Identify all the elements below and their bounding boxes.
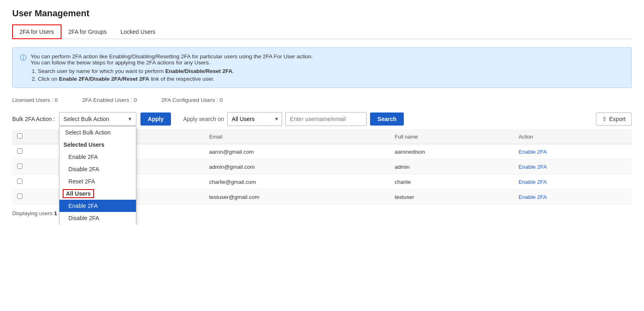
row-select-checkbox[interactable] [17, 163, 22, 169]
menu-item-all-reset[interactable]: Reset 2FA [59, 224, 136, 225]
tab-locked-users[interactable]: Locked Users [114, 25, 162, 39]
row-email: aaron@gmail.com [204, 144, 390, 159]
apply-button[interactable]: Apply [140, 112, 171, 126]
search-filter-wrapper: All Users Selected Users ▼ [227, 112, 282, 126]
menu-item-selected-enable[interactable]: Enable 2FA [59, 151, 136, 163]
bulk-action-select[interactable]: Select Bulk Action [59, 112, 136, 126]
info-icon: ⓘ [20, 54, 26, 82]
row-select-checkbox[interactable] [17, 194, 22, 199]
row-checkbox [12, 190, 59, 205]
select-all-checkbox[interactable] [17, 133, 22, 139]
tab-2fa-users[interactable]: 2FA for Users [12, 24, 61, 39]
menu-item-all-disable[interactable]: Disable 2FA [59, 212, 136, 224]
tabs-container: 2FA for Users 2FA for Groups Locked User… [12, 24, 632, 39]
row-email: admin@gmail.com [204, 159, 390, 174]
menu-item-selected-reset[interactable]: Reset 2FA [59, 175, 136, 187]
action-enable-2fa[interactable]: Enable 2FA [519, 164, 547, 170]
action-enable-2fa[interactable]: Enable 2FA [519, 149, 547, 155]
col-fullname: Full name [390, 129, 513, 144]
search-on-label: Apply search on [183, 116, 224, 122]
row-select-checkbox[interactable] [17, 179, 22, 184]
row-checkbox [12, 159, 59, 174]
page-title: User Management [12, 8, 632, 19]
row-fullname: testuser [390, 190, 513, 205]
row-fullname: charlie [390, 174, 513, 190]
row-select-checkbox[interactable] [17, 148, 22, 154]
col-checkbox [12, 129, 59, 144]
search-input[interactable] [285, 112, 367, 126]
row-action: Enable 2FA [514, 159, 632, 174]
export-icon: ⇧ [602, 116, 607, 122]
row-email: charlie@gmail.com [204, 174, 390, 190]
bulk-action-label: Bulk 2FA Action : [12, 116, 55, 122]
stats-row: Licensed Users : 0 2FA Enabled Users : 0… [12, 97, 632, 103]
info-box: ⓘ You can perform 2FA action like Enabli… [12, 47, 632, 88]
licensed-users-stat: Licensed Users : 0 [12, 97, 58, 103]
2fa-enabled-stat: 2FA Enabled Users : 0 [82, 97, 137, 103]
row-fullname: admin [390, 159, 513, 174]
search-section: Apply search on All Users Selected Users… [183, 112, 404, 126]
menu-item-default[interactable]: Select Bulk Action [59, 126, 136, 139]
col-email: Email [204, 129, 390, 144]
col-action: Action [514, 129, 632, 144]
row-fullname: aaronedison [390, 144, 513, 159]
menu-item-all-enable[interactable]: Enable 2FA [59, 200, 136, 212]
action-bar: Bulk 2FA Action : Select Bulk Action ▼ S… [12, 112, 632, 126]
row-email: testuser@gmail.com [204, 190, 390, 205]
row-action: Enable 2FA [514, 190, 632, 205]
row-checkbox [12, 174, 59, 190]
bulk-dropdown-menu: Select Bulk Action Selected Users Enable… [59, 126, 136, 225]
footer-from: 1 [54, 210, 57, 216]
search-filter-select[interactable]: All Users Selected Users [227, 112, 282, 126]
row-action: Enable 2FA [514, 144, 632, 159]
row-checkbox [12, 144, 59, 159]
menu-section-all-users: All Users [63, 189, 94, 198]
tab-2fa-groups[interactable]: 2FA for Groups [61, 25, 114, 39]
menu-item-selected-disable[interactable]: Disable 2FA [59, 163, 136, 175]
row-action: Enable 2FA [514, 174, 632, 190]
export-button[interactable]: ⇧ Export [596, 112, 632, 126]
action-enable-2fa[interactable]: Enable 2FA [519, 194, 547, 200]
menu-section-selected-users: Selected Users [59, 139, 136, 151]
action-enable-2fa[interactable]: Enable 2FA [519, 179, 547, 185]
bulk-action-dropdown-wrapper: Select Bulk Action ▼ Select Bulk Action … [59, 112, 136, 126]
search-button[interactable]: Search [370, 112, 404, 126]
info-text: You can perform 2FA action like Enabling… [31, 53, 313, 82]
2fa-configured-stat: 2FA Configured Users : 0 [161, 97, 223, 103]
